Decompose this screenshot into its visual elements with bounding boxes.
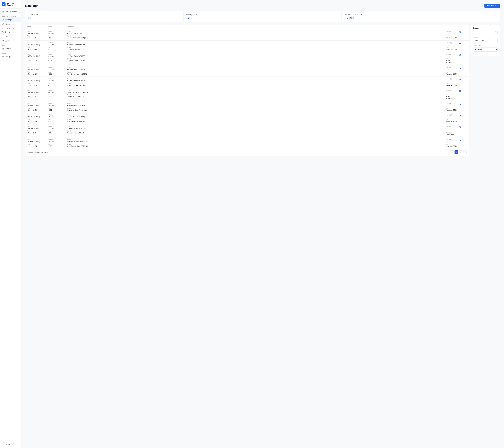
distance-label: Distance (48, 42, 67, 44)
address-col: Pickup London-Stansted Airport (STN) Dro… (67, 90, 446, 98)
distance-value: 15.4 km (48, 141, 67, 143)
logout-label: Log out (5, 443, 10, 445)
edit-button[interactable]: Edit (459, 115, 462, 117)
car-value: Mercedes S500 (446, 145, 459, 147)
edit-button[interactable]: Edit (459, 31, 462, 33)
price-value: €132 (48, 73, 67, 75)
user-icon (2, 31, 4, 33)
sidebar-item-drivers[interactable]: Drivers (0, 30, 21, 34)
distance-value: 37.6 km (48, 44, 67, 46)
passbys-value: 1 (446, 80, 459, 82)
info-col: Distance 25.3 km Price €132 (48, 67, 67, 75)
bookings-table: TIME INFO ADDRESS Date 2023.04.18 (Mon) … (25, 25, 469, 156)
time-label: Time (27, 143, 48, 145)
car-label: Car (446, 72, 459, 73)
extra-col: Pass-by(s) 0 Car Mercedes Transporter (446, 126, 459, 136)
edit-button[interactable]: Edit (459, 79, 462, 81)
sidebar-item-logout[interactable]: Log out (0, 442, 21, 447)
sidebar-item-statistics[interactable]: Statistics (0, 47, 21, 51)
admin-section: ADMIN (0, 51, 21, 54)
sidebar-item-history[interactable]: History (0, 22, 21, 26)
date-value: 2023.04.18 (Mon) (27, 105, 48, 107)
passbys-label: Pass-by(s) (446, 114, 459, 116)
passbys-value: 0 (446, 105, 459, 107)
booking-rows: Date 2023.04.18 (Mon) Time 14:15 - 16:15… (25, 29, 469, 149)
distance-label: Distance (48, 126, 67, 127)
distance-value: 25.3 km (48, 69, 67, 70)
price-label: Price (48, 94, 67, 96)
pickup-label: Pickup (67, 42, 446, 44)
edit-button[interactable]: Edit (459, 67, 462, 69)
time-label: Time (27, 58, 48, 60)
edit-button[interactable]: Edit (459, 126, 462, 128)
time-col: Date 2023.04.18 (Mon) Time 19:15 - 21:45 (27, 114, 48, 123)
car-label: Car (446, 35, 459, 37)
address-col: Pickup 50 Grove Road SE43 2EW Dropoff 91… (67, 67, 446, 75)
add-booking-button[interactable]: Add Booking (485, 4, 500, 8)
date-value: 2023.04.18 (Mon) (27, 141, 48, 143)
info-col: Distance 42.9 km Price €146 (48, 78, 67, 86)
sidebar-item-bookings[interactable]: Bookings (0, 18, 21, 22)
edit-button[interactable]: Edit (459, 103, 462, 105)
time-col: Date 2023.04.18 (Mon) Time 19:30 - 20:45 (27, 126, 48, 134)
logo-icon (2, 2, 5, 6)
table-row: Date 2023.04.18 (Mon) Time 19:15 - 21:45… (25, 113, 469, 124)
sidebar-item-clients[interactable]: Clients (0, 39, 21, 43)
pagination: Showing 1 to 10 of 15 results ‹ 1 2 › (25, 149, 469, 156)
sidebar-item-label: Bookings (5, 19, 12, 21)
passbys-label: Pass-by(s) (446, 126, 459, 127)
info-col: Distance 51.3 km Price €176 (48, 54, 67, 62)
edit-button[interactable]: Edit (459, 90, 462, 92)
car-label: Car (446, 143, 459, 145)
address-col: Pickup 24 Manor Road NW23 4IK Dropoff 17… (67, 42, 446, 50)
col-action (459, 26, 467, 28)
address-col: Pickup 114 West Street W83 9ED Dropoff 1… (67, 54, 446, 62)
passbys-value: 0 (446, 55, 459, 57)
edit-button[interactable]: Edit (459, 140, 462, 141)
pagination-next[interactable]: › (463, 150, 467, 154)
settings-icon (2, 55, 4, 58)
search-input[interactable] (473, 30, 498, 34)
stat-value: 15 (28, 16, 180, 20)
calendar-icon (2, 18, 4, 21)
edit-button[interactable]: Edit (459, 43, 462, 44)
sort-direction-label: Sort direction (473, 45, 498, 47)
sidebar-item-label: Clients (5, 40, 10, 42)
pagination-page-2[interactable]: 2 (459, 150, 462, 154)
car-label: Car (446, 108, 459, 109)
action-col: Edit (459, 103, 467, 105)
sort-direction-select[interactable]: Accending Descending (473, 47, 498, 52)
sidebar-item-driver-dashboard[interactable]: Driver Dashboard (0, 10, 21, 14)
dropoff-value: 9460 Chester Road EC73 1OE (67, 145, 446, 147)
date-label: Date (27, 67, 48, 68)
dropoff-label: Dropoff (67, 94, 446, 96)
dropoff-label: Dropoff (67, 47, 446, 48)
sidebar-item-label: Cars (5, 36, 8, 37)
dropoff-value: 93 Victoria Road WC38 1AD (67, 109, 446, 111)
pagination-prev[interactable]: ‹ (450, 150, 454, 154)
pickup-value: London-City Airport (LCY) (67, 116, 446, 118)
dropoff-label: Dropoff (67, 35, 446, 37)
sort-by-select[interactable]: Time - From Time - To Price Distance (473, 39, 498, 43)
sidebar-item-cars[interactable]: Cars (0, 34, 21, 39)
price-value: €215 (48, 132, 67, 134)
sidebar: Chauffeur Manager Driver Dashboard ORDER… (0, 0, 21, 448)
distance-value: 42.9 km (48, 80, 67, 82)
table-row: Date 2023.04.18 (Mon) Time 14:30 - 16:20… (25, 52, 469, 65)
info-col: Distance 15.4 km Price €123 (48, 139, 67, 147)
info-col: Distance 104 km Price €321 (48, 103, 67, 111)
pagination-page-1[interactable]: 1 (454, 150, 458, 154)
pickup-value: 114 West Street W83 9ED (67, 55, 446, 57)
extra-col: Pass-by(s) 0 Car Mercedes S500 (446, 31, 459, 39)
edit-button[interactable]: Edit (459, 54, 462, 56)
time-col: Date 2023.04.18 (Mon) Time 14:30 - 15:45 (27, 42, 48, 50)
car-value: Mercedes S500 (446, 109, 459, 111)
car-value: Mercedes S500 (446, 37, 459, 39)
pickup-label: Pickup (67, 114, 446, 116)
extra-col: Pass-by(s) 0 Car Porsche Panamera (446, 90, 459, 100)
info-col: Distance 37.6 km Price €108 (48, 42, 67, 50)
car-value: Porsche Panamera (446, 96, 459, 100)
sidebar-item-settings[interactable]: Settings (0, 54, 21, 59)
col-address: ADDRESS (67, 26, 446, 28)
svg-point-3 (2, 31, 3, 32)
